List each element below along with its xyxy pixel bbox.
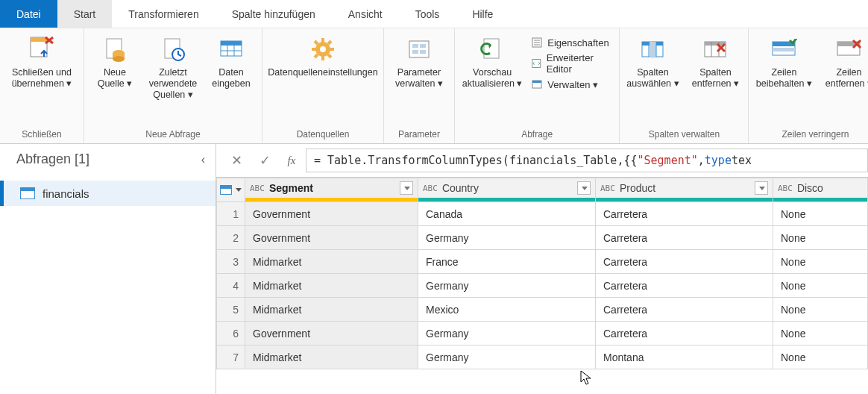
cell[interactable]: Montana: [596, 345, 773, 369]
cell[interactable]: Carretera: [596, 322, 773, 345]
cell[interactable]: Midmarket: [245, 250, 418, 274]
cell[interactable]: Carretera: [596, 274, 773, 298]
table-row[interactable]: 5MidmarketMexicoCarreteraNone: [217, 298, 868, 322]
cell[interactable]: Midmarket: [245, 345, 418, 369]
table-row[interactable]: 1GovernmentCanadaCarreteraNone: [217, 202, 868, 226]
remove-columns-button[interactable]: Spalten entfernen ▾: [687, 31, 743, 90]
filter-button[interactable]: [577, 181, 591, 195]
ribbon-group-parameters-label: Parameter: [389, 128, 450, 142]
cell[interactable]: None: [773, 274, 868, 298]
row-number-header[interactable]: [217, 178, 245, 202]
filter-button[interactable]: [755, 181, 768, 195]
enter-data-button[interactable]: Daten eingeben: [205, 31, 257, 90]
cell[interactable]: Mexico: [418, 298, 596, 322]
choose-columns-label: Spalten auswählen ▾: [626, 67, 679, 90]
row-number[interactable]: 3: [217, 250, 245, 274]
formula-text-kw: type: [705, 154, 732, 167]
manage-parameters-label: Parameter verwalten ▾: [390, 67, 448, 90]
remove-columns-label: Spalten entfernen ▾: [688, 67, 742, 90]
tab-view[interactable]: Ansicht: [332, 0, 399, 28]
tab-start[interactable]: Start: [57, 0, 113, 28]
cell[interactable]: Carretera: [596, 226, 773, 250]
svg-rect-1: [31, 37, 47, 42]
cell[interactable]: Carretera: [596, 250, 773, 274]
row-number[interactable]: 6: [217, 322, 245, 345]
cell[interactable]: Government: [245, 322, 418, 345]
close-and-apply-button[interactable]: Schließen und übernehmen ▾: [4, 31, 79, 90]
advanced-editor-button[interactable]: Erweiterter Editor: [531, 55, 614, 72]
cell[interactable]: None: [773, 250, 868, 274]
formula-cancel-button[interactable]: ✕: [224, 148, 249, 172]
advanced-editor-label: Erweiterter Editor: [547, 52, 615, 75]
cell[interactable]: None: [773, 202, 868, 226]
tab-help[interactable]: Hilfe: [456, 0, 509, 28]
query-item-label: financials: [43, 187, 89, 200]
column-header-segment[interactable]: ABC Segment: [245, 178, 418, 202]
manage-query-label: Verwalten ▾: [547, 79, 598, 90]
query-item-financials[interactable]: financials: [0, 181, 216, 206]
svg-line-21: [328, 41, 331, 44]
choose-columns-button[interactable]: Spalten auswählen ▾: [624, 31, 681, 90]
cell[interactable]: None: [773, 322, 868, 345]
table-row[interactable]: 3MidmarketFranceCarreteraNone: [217, 250, 868, 274]
properties-label: Eigenschaften: [547, 37, 608, 49]
column-header-disco[interactable]: ABC Disco: [773, 178, 868, 202]
properties-button[interactable]: Eigenschaften: [531, 34, 614, 51]
row-number[interactable]: 4: [217, 274, 245, 298]
collapse-queries-button[interactable]: ‹: [201, 153, 205, 166]
properties-icon: [531, 37, 543, 49]
table-row[interactable]: 2GovernmentGermanyCarreteraNone: [217, 226, 868, 250]
manage-query-button[interactable]: Verwalten ▾: [531, 76, 614, 93]
formula-input[interactable]: = Table.TransformColumnTypes(financials_…: [306, 148, 868, 172]
new-source-button[interactable]: Neue Quelle ▾: [89, 31, 141, 90]
cell[interactable]: Government: [245, 202, 418, 226]
table-row[interactable]: 4MidmarketGermanyCarreteraNone: [217, 274, 868, 298]
cell[interactable]: None: [773, 226, 868, 250]
cell[interactable]: Germany: [418, 345, 596, 369]
ribbon-group-manage-columns-label: Spalten verwalten: [624, 128, 743, 142]
table-row[interactable]: 7MidmarketGermanyMontanaNone: [217, 345, 868, 369]
data-source-settings-button[interactable]: Datenquelleneinstellungen: [267, 31, 379, 78]
cell[interactable]: Midmarket: [245, 298, 418, 322]
cell[interactable]: Midmarket: [245, 274, 418, 298]
cell[interactable]: Germany: [418, 322, 596, 345]
row-number[interactable]: 7: [217, 345, 245, 369]
refresh-icon: [477, 34, 507, 64]
ribbon-group-parameters: Parameter verwalten ▾ Parameter: [384, 28, 455, 143]
cell[interactable]: France: [418, 250, 596, 274]
formula-accept-button[interactable]: ✓: [252, 148, 277, 172]
cell[interactable]: Carretera: [596, 202, 773, 226]
row-number[interactable]: 2: [217, 226, 245, 250]
type-chip: ABC: [250, 184, 265, 193]
refresh-preview-button[interactable]: Vorschau aktualisieren ▾: [459, 31, 525, 90]
cell[interactable]: Germany: [418, 274, 596, 298]
table-row[interactable]: 6GovernmentGermanyCarreteraNone: [217, 322, 868, 345]
recent-sources-button[interactable]: Zuletzt verwendete Quellen ▾: [147, 31, 199, 101]
tab-transform[interactable]: Transformieren: [112, 0, 215, 28]
keep-rows-button[interactable]: Zeilen beibehalten ▾: [753, 31, 814, 90]
remove-columns-icon: [700, 34, 730, 64]
formula-text-prefix: = Table.TransformColumnTypes(financials_…: [314, 154, 637, 167]
svg-rect-27: [420, 50, 426, 54]
ribbon-group-close: Schließen und übernehmen ▾ Schließen: [0, 28, 84, 143]
ribbon-group-data-sources: Datenquelleneinstellungen Datenquellen: [262, 28, 384, 143]
cell[interactable]: Government: [245, 226, 418, 250]
remove-rows-button[interactable]: Zeilen entfernen ▾: [820, 31, 868, 90]
column-title: Segment: [269, 182, 395, 194]
row-number[interactable]: 5: [217, 298, 245, 322]
ribbon-group-query: Vorschau aktualisieren ▾ Eigenschaften E…: [455, 28, 620, 143]
cell[interactable]: None: [773, 345, 868, 369]
tab-file[interactable]: Datei: [0, 0, 57, 28]
manage-parameters-button[interactable]: Parameter verwalten ▾: [389, 31, 450, 90]
row-number[interactable]: 1: [217, 202, 245, 226]
column-header-product[interactable]: ABC Product: [596, 178, 773, 202]
column-title: Country: [442, 182, 573, 194]
cell[interactable]: Carretera: [596, 298, 773, 322]
tab-tools[interactable]: Tools: [399, 0, 456, 28]
filter-button[interactable]: [400, 181, 413, 195]
cell[interactable]: Germany: [418, 226, 596, 250]
cell[interactable]: None: [773, 298, 868, 322]
column-header-country[interactable]: ABC Country: [418, 178, 596, 202]
tab-add-column[interactable]: Spalte hinzufügen: [216, 0, 332, 28]
cell[interactable]: Canada: [418, 202, 596, 226]
